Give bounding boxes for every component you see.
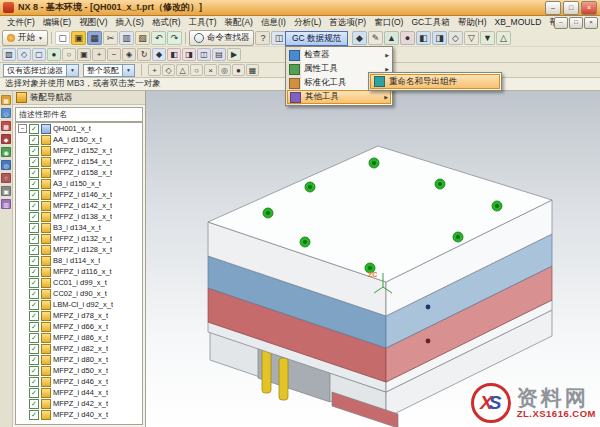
- tree-row[interactable]: ✓ MFPZ_i d142_x_t: [16, 200, 142, 211]
- close-button[interactable]: ×: [581, 1, 597, 15]
- component-checkbox[interactable]: ✓: [29, 377, 39, 387]
- component-checkbox[interactable]: ✓: [29, 388, 39, 398]
- endpoint-snap-icon[interactable]: ◇: [162, 64, 175, 76]
- wireframe-mode-icon[interactable]: ○: [62, 48, 76, 61]
- tree-row[interactable]: ✓ B8_i d114_x_t: [16, 255, 142, 266]
- cut-icon[interactable]: ✂: [103, 31, 118, 45]
- edit-section-icon[interactable]: ◨: [182, 48, 196, 61]
- component-checkbox[interactable]: ✓: [29, 289, 39, 299]
- guide-pin-yellow[interactable]: [279, 358, 288, 400]
- component-checkbox[interactable]: ✓: [29, 245, 39, 255]
- assembly-constraints-icon[interactable]: △: [496, 31, 511, 45]
- component-checkbox[interactable]: ✓: [29, 212, 39, 222]
- tree-row[interactable]: ✓ MFPZ_i d82_x_t: [16, 343, 142, 354]
- tree-row[interactable]: ✓ B3_i d134_x_t: [16, 222, 142, 233]
- component-checkbox[interactable]: ✓: [29, 278, 39, 288]
- pan-view-icon[interactable]: ◈: [122, 48, 136, 61]
- document-minimize-button[interactable]: –: [554, 17, 568, 29]
- menu-bar-item[interactable]: 分析(L): [290, 16, 325, 29]
- hd3d-tools-tab-icon[interactable]: ◉: [1, 147, 11, 157]
- tree-row[interactable]: ✓ MFPZ_i d158_x_t: [16, 167, 142, 178]
- component-checkbox[interactable]: ✓: [29, 223, 39, 233]
- intersection-snap-icon[interactable]: ×: [204, 64, 217, 76]
- component-checkbox[interactable]: ✓: [29, 333, 39, 343]
- section-view-icon[interactable]: ◧: [167, 48, 181, 61]
- menu-bar-item[interactable]: XB_MOULD: [491, 16, 546, 29]
- selection-filter-combo[interactable]: 仅有选择过滤器 ▼: [3, 64, 79, 77]
- graphics-viewport[interactable]: ZC XS 资料网 ZL.XS1616.COM: [146, 91, 600, 427]
- rename-export-component-menu-item[interactable]: 重命名和导出组件: [370, 74, 500, 89]
- zoom-in-icon[interactable]: +: [92, 48, 106, 61]
- component-checkbox[interactable]: ✓: [29, 322, 39, 332]
- component-checkbox[interactable]: ✓: [29, 410, 39, 420]
- web-browser-tab-icon[interactable]: ◎: [1, 160, 11, 170]
- rotate-view-icon[interactable]: ↻: [137, 48, 151, 61]
- command-finder-button[interactable]: 命令查找器: [189, 30, 255, 46]
- tree-row[interactable]: ✓ MFPZ_i d128_x_t: [16, 244, 142, 255]
- gc-menu-item[interactable]: 其他工具 ▶: [287, 90, 391, 104]
- trimetric-view-icon[interactable]: ◇: [17, 48, 31, 61]
- part-navigator-tab-icon[interactable]: ▩: [1, 121, 11, 131]
- copy-icon[interactable]: ▥: [119, 31, 134, 45]
- menu-bar-item[interactable]: 帮助(H): [454, 16, 491, 29]
- shaded-view-icon[interactable]: ◨: [432, 31, 447, 45]
- reuse-library-tab-icon[interactable]: ◆: [1, 134, 11, 144]
- fit-window-icon[interactable]: ▣: [77, 48, 91, 61]
- measure-icon[interactable]: ▽: [464, 31, 479, 45]
- redo-icon[interactable]: ↷: [167, 31, 182, 45]
- menu-bar-item[interactable]: 视图(V): [75, 16, 111, 29]
- grid-snap-icon[interactable]: ▦: [246, 64, 259, 76]
- menu-bar-item[interactable]: 插入(S): [112, 16, 148, 29]
- save-icon[interactable]: ▦: [87, 31, 102, 45]
- hole-icon[interactable]: ●: [400, 31, 415, 45]
- sketch-icon[interactable]: ✎: [368, 31, 383, 45]
- menu-bar-item[interactable]: 首选项(P): [325, 16, 370, 29]
- component-checkbox[interactable]: ✓: [29, 135, 39, 145]
- snapshot-icon[interactable]: ▤: [212, 48, 226, 61]
- component-checkbox[interactable]: ✓: [29, 256, 39, 266]
- tree-row[interactable]: ✓ MFPZ_i d40_x_t: [16, 409, 142, 420]
- start-button[interactable]: 开始 ▼: [2, 30, 48, 46]
- zoom-out-icon[interactable]: −: [107, 48, 121, 61]
- component-checkbox[interactable]: ✓: [29, 267, 39, 277]
- tree-row[interactable]: ✓ MFPZ_i d146_x_t: [16, 189, 142, 200]
- move-component-icon[interactable]: ▼: [480, 31, 495, 45]
- gc-data-standard-menu-button[interactable]: GC 数据规范: [285, 31, 348, 46]
- front-view-icon[interactable]: ▢: [32, 48, 46, 61]
- window-cascade-icon[interactable]: ◫: [197, 48, 211, 61]
- menu-bar-item[interactable]: 信息(I): [257, 16, 290, 29]
- component-checkbox[interactable]: ✓: [29, 201, 39, 211]
- menu-bar-item[interactable]: 文件(F): [3, 16, 39, 29]
- tree-row[interactable]: ✓ LBM-CI_i d92_x_t: [16, 299, 142, 310]
- component-checkbox[interactable]: ✓: [29, 355, 39, 365]
- component-checkbox[interactable]: ✓: [29, 399, 39, 409]
- perspective-icon[interactable]: ◆: [152, 48, 166, 61]
- menu-bar-item[interactable]: 编辑(E): [39, 16, 75, 29]
- menu-bar-item[interactable]: 工具(T): [185, 16, 221, 29]
- tree-row[interactable]: ✓ MFPZ_i d66_x_t: [16, 321, 142, 332]
- component-checkbox[interactable]: ✓: [29, 190, 39, 200]
- undo-icon[interactable]: ↶: [151, 31, 166, 45]
- wave-link-icon[interactable]: ▶: [227, 48, 241, 61]
- menu-bar-item[interactable]: 装配(A): [221, 16, 257, 29]
- component-checkbox[interactable]: ✓: [29, 344, 39, 354]
- root-checkbox[interactable]: ✓: [29, 124, 39, 134]
- tree-row[interactable]: ✓ CC01_i d99_x_t: [16, 277, 142, 288]
- component-checkbox[interactable]: ✓: [29, 179, 39, 189]
- datum-plane-icon[interactable]: ◆: [352, 31, 367, 45]
- assembly-navigator-tab-icon[interactable]: ▦: [1, 95, 11, 105]
- tree-row[interactable]: ✓ MFPZ_i d154_x_t: [16, 156, 142, 167]
- open-folder-icon[interactable]: ▣: [71, 31, 86, 45]
- tree-row[interactable]: ✓ MFPZ_i d42_x_t: [16, 398, 142, 409]
- document-restore-button[interactable]: □: [569, 17, 583, 29]
- selection-scope-combo[interactable]: 整个装配 ▼: [83, 64, 135, 77]
- component-checkbox[interactable]: ✓: [29, 146, 39, 156]
- maximize-button[interactable]: □: [563, 1, 579, 15]
- tree-row[interactable]: ✓ A3_i d150_x_t: [16, 178, 142, 189]
- existing-point-snap-icon[interactable]: ●: [232, 64, 245, 76]
- tree-root-row[interactable]: − ✓ QH001_x_t: [16, 123, 142, 134]
- minimize-button[interactable]: –: [545, 1, 561, 15]
- shaded-mode-icon[interactable]: ●: [47, 48, 61, 61]
- tree-row[interactable]: ✓ MFPZ_i d46_x_t: [16, 376, 142, 387]
- tree-row[interactable]: ✓ MFPZ_i d44_x_t: [16, 387, 142, 398]
